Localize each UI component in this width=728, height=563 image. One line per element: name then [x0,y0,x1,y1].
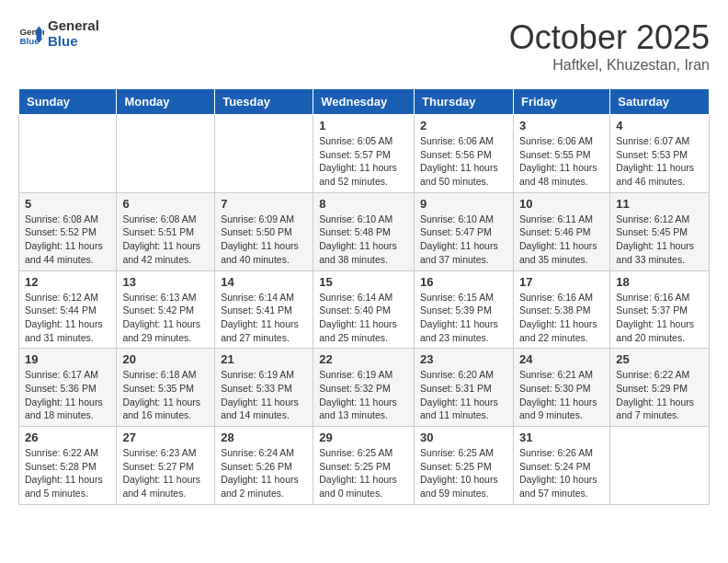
day-info: Sunrise: 6:16 AM Sunset: 5:38 PM Dayligh… [519,291,604,345]
day-number: 17 [519,275,604,289]
day-info: Sunrise: 6:14 AM Sunset: 5:40 PM Dayligh… [319,291,408,345]
calendar-cell: 1Sunrise: 6:05 AM Sunset: 5:57 PM Daylig… [313,115,415,193]
calendar-cell [610,427,710,505]
calendar-cell: 19Sunrise: 6:17 AM Sunset: 5:36 PM Dayli… [19,349,117,427]
day-info: Sunrise: 6:19 AM Sunset: 5:32 PM Dayligh… [319,368,408,422]
day-info: Sunrise: 6:08 AM Sunset: 5:51 PM Dayligh… [122,213,209,267]
weekday-tuesday: Tuesday [215,89,313,115]
day-info: Sunrise: 6:06 AM Sunset: 5:55 PM Dayligh… [519,134,604,189]
day-number: 14 [221,275,307,289]
day-number: 3 [519,119,604,132]
calendar-cell: 20Sunrise: 6:18 AM Sunset: 5:35 PM Dayli… [117,349,215,427]
calendar-cell [19,115,117,193]
day-info: Sunrise: 6:12 AM Sunset: 5:45 PM Dayligh… [616,213,703,267]
calendar-cell: 13Sunrise: 6:13 AM Sunset: 5:42 PM Dayli… [117,270,215,349]
day-number: 5 [25,197,110,211]
logo-icon: General Blue [18,21,44,47]
day-info: Sunrise: 6:24 AM Sunset: 5:26 PM Dayligh… [221,446,307,500]
day-number: 10 [519,197,604,211]
day-number: 18 [616,275,703,289]
calendar-cell: 29Sunrise: 6:25 AM Sunset: 5:25 PM Dayli… [313,427,415,505]
day-info: Sunrise: 6:17 AM Sunset: 5:36 PM Dayligh… [25,368,110,422]
day-info: Sunrise: 6:14 AM Sunset: 5:41 PM Dayligh… [221,291,307,345]
day-number: 9 [420,197,507,211]
day-number: 27 [122,431,209,444]
day-number: 24 [519,352,604,366]
calendar-cell: 7Sunrise: 6:09 AM Sunset: 5:50 PM Daylig… [215,192,313,270]
weekday-wednesday: Wednesday [313,89,415,115]
day-number: 4 [616,119,703,132]
day-info: Sunrise: 6:25 AM Sunset: 5:25 PM Dayligh… [319,446,408,500]
day-info: Sunrise: 6:05 AM Sunset: 5:57 PM Dayligh… [319,134,408,189]
calendar-cell: 12Sunrise: 6:12 AM Sunset: 5:44 PM Dayli… [19,270,117,349]
calendar-body: 1Sunrise: 6:05 AM Sunset: 5:57 PM Daylig… [19,115,710,505]
day-info: Sunrise: 6:11 AM Sunset: 5:46 PM Dayligh… [519,213,604,267]
calendar-cell: 16Sunrise: 6:15 AM Sunset: 5:39 PM Dayli… [415,270,514,349]
calendar-week-3: 19Sunrise: 6:17 AM Sunset: 5:36 PM Dayli… [19,349,710,427]
day-number: 13 [122,275,209,289]
day-number: 30 [420,431,507,444]
day-number: 8 [319,197,408,211]
day-info: Sunrise: 6:08 AM Sunset: 5:52 PM Dayligh… [25,213,110,267]
day-info: Sunrise: 6:22 AM Sunset: 5:29 PM Dayligh… [616,368,703,422]
day-info: Sunrise: 6:09 AM Sunset: 5:50 PM Dayligh… [221,213,307,267]
weekday-sunday: Sunday [19,89,117,115]
calendar-cell: 11Sunrise: 6:12 AM Sunset: 5:45 PM Dayli… [610,192,710,270]
title-block: October 2025 Haftkel, Khuzestan, Iran [509,18,710,74]
calendar-cell: 6Sunrise: 6:08 AM Sunset: 5:51 PM Daylig… [117,192,215,270]
weekday-saturday: Saturday [610,89,710,115]
calendar-cell: 27Sunrise: 6:23 AM Sunset: 5:27 PM Dayli… [117,427,215,505]
calendar-cell: 31Sunrise: 6:26 AM Sunset: 5:24 PM Dayli… [513,427,609,505]
calendar-cell: 24Sunrise: 6:21 AM Sunset: 5:30 PM Dayli… [513,349,609,427]
day-info: Sunrise: 6:22 AM Sunset: 5:28 PM Dayligh… [25,446,110,500]
day-number: 7 [221,197,307,211]
calendar-cell: 14Sunrise: 6:14 AM Sunset: 5:41 PM Dayli… [215,270,313,349]
logo-blue: Blue [48,34,99,50]
day-info: Sunrise: 6:19 AM Sunset: 5:33 PM Dayligh… [221,368,307,422]
day-info: Sunrise: 6:10 AM Sunset: 5:47 PM Dayligh… [420,213,507,267]
day-info: Sunrise: 6:23 AM Sunset: 5:27 PM Dayligh… [122,446,209,500]
day-info: Sunrise: 6:07 AM Sunset: 5:53 PM Dayligh… [616,134,703,189]
day-number: 21 [221,352,307,366]
location-title: Haftkel, Khuzestan, Iran [509,57,710,74]
calendar-cell: 3Sunrise: 6:06 AM Sunset: 5:55 PM Daylig… [513,115,609,193]
calendar-cell: 5Sunrise: 6:08 AM Sunset: 5:52 PM Daylig… [19,192,117,270]
calendar-week-2: 12Sunrise: 6:12 AM Sunset: 5:44 PM Dayli… [19,270,710,349]
day-info: Sunrise: 6:20 AM Sunset: 5:31 PM Dayligh… [420,368,507,422]
day-info: Sunrise: 6:06 AM Sunset: 5:56 PM Dayligh… [420,134,507,189]
day-info: Sunrise: 6:16 AM Sunset: 5:37 PM Dayligh… [616,291,703,345]
calendar-cell [215,115,313,193]
day-info: Sunrise: 6:13 AM Sunset: 5:42 PM Dayligh… [122,291,209,345]
day-info: Sunrise: 6:18 AM Sunset: 5:35 PM Dayligh… [122,368,209,422]
calendar-cell: 15Sunrise: 6:14 AM Sunset: 5:40 PM Dayli… [313,270,415,349]
day-info: Sunrise: 6:15 AM Sunset: 5:39 PM Dayligh… [420,291,507,345]
calendar-table: SundayMondayTuesdayWednesdayThursdayFrid… [18,88,710,505]
day-number: 28 [221,431,307,444]
weekday-monday: Monday [117,89,215,115]
day-number: 12 [25,275,110,289]
day-number: 23 [420,352,507,366]
calendar-week-1: 5Sunrise: 6:08 AM Sunset: 5:52 PM Daylig… [19,192,710,270]
calendar-week-4: 26Sunrise: 6:22 AM Sunset: 5:28 PM Dayli… [19,427,710,505]
day-number: 22 [319,352,408,366]
calendar-cell: 21Sunrise: 6:19 AM Sunset: 5:33 PM Dayli… [215,349,313,427]
weekday-thursday: Thursday [415,89,514,115]
day-info: Sunrise: 6:21 AM Sunset: 5:30 PM Dayligh… [519,368,604,422]
day-info: Sunrise: 6:26 AM Sunset: 5:24 PM Dayligh… [519,446,604,500]
day-number: 2 [420,119,507,132]
day-info: Sunrise: 6:12 AM Sunset: 5:44 PM Dayligh… [25,291,110,345]
logo-general: General [48,18,99,34]
calendar-cell: 18Sunrise: 6:16 AM Sunset: 5:37 PM Dayli… [610,270,710,349]
calendar-cell: 30Sunrise: 6:25 AM Sunset: 5:25 PM Dayli… [415,427,514,505]
day-number: 20 [122,352,209,366]
weekday-header-row: SundayMondayTuesdayWednesdayThursdayFrid… [19,89,710,115]
calendar-cell: 4Sunrise: 6:07 AM Sunset: 5:53 PM Daylig… [610,115,710,193]
calendar-cell: 25Sunrise: 6:22 AM Sunset: 5:29 PM Dayli… [610,349,710,427]
calendar-cell: 17Sunrise: 6:16 AM Sunset: 5:38 PM Dayli… [513,270,609,349]
calendar-cell: 23Sunrise: 6:20 AM Sunset: 5:31 PM Dayli… [415,349,514,427]
calendar-cell: 9Sunrise: 6:10 AM Sunset: 5:47 PM Daylig… [415,192,514,270]
day-number: 15 [319,275,408,289]
month-title: October 2025 [509,18,710,57]
calendar-cell: 10Sunrise: 6:11 AM Sunset: 5:46 PM Dayli… [513,192,609,270]
day-info: Sunrise: 6:10 AM Sunset: 5:48 PM Dayligh… [319,213,408,267]
